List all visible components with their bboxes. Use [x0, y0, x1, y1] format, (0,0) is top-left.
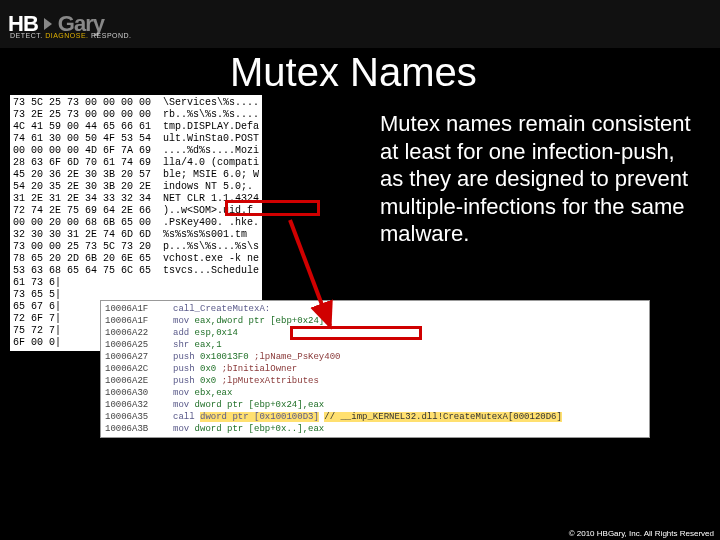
asm-op: shr eax,1	[173, 339, 645, 351]
asm-row: 10006A1Fcall_CreateMutexA:	[105, 303, 645, 315]
svg-line-1	[290, 220, 330, 326]
asm-addr: 10006A22	[105, 327, 173, 339]
asm-op: push 0x10013F0 ;lpName_PsKey400	[173, 351, 645, 363]
asm-addr: 10006A2E	[105, 375, 173, 387]
asm-op: mov dword ptr [ebp+0x24],eax	[173, 399, 645, 411]
asm-addr: 10006A1F	[105, 303, 173, 315]
disassembly: 10006A1Fcall_CreateMutexA:10006A1Fmov ea…	[100, 300, 650, 438]
asm-addr: 10006A2C	[105, 363, 173, 375]
asm-addr: 10006A1F	[105, 315, 173, 327]
asm-addr: 10006A27	[105, 351, 173, 363]
asm-addr: 10006A3B	[105, 423, 173, 435]
tagline-detect: DETECT.	[10, 32, 43, 39]
asm-row: 10006A30mov ebx,eax	[105, 387, 645, 399]
asm-addr: 10006A25	[105, 339, 173, 351]
asm-op: push 0x0 ;lpMutexAttributes	[173, 375, 645, 387]
header: HB Gary DETECT. DIAGNOSE. RESPOND.	[0, 0, 720, 48]
footer-copyright: © 2010 HBGary, Inc. All Rights Reserved	[569, 529, 714, 538]
asm-row: 10006A3Bmov dword ptr [ebp+0x..],eax	[105, 423, 645, 435]
asm-op: mov dword ptr [ebp+0x..],eax	[173, 423, 645, 435]
asm-addr: 10006A30	[105, 387, 173, 399]
tagline-diagnose: DIAGNOSE.	[45, 32, 88, 39]
tagline-respond: RESPOND.	[91, 32, 132, 39]
asm-row: 10006A25shr eax,1	[105, 339, 645, 351]
asm-row: 10006A32mov dword ptr [ebp+0x24],eax	[105, 399, 645, 411]
asm-addr: 10006A35	[105, 411, 173, 423]
logo-triangle-icon	[44, 18, 52, 30]
asm-op: mov ebx,eax	[173, 387, 645, 399]
slide-title: Mutex Names	[230, 50, 477, 95]
asm-row: 10006A2Cpush 0x0 ;bInitialOwner	[105, 363, 645, 375]
asm-row: 10006A27push 0x10013F0 ;lpName_PsKey400	[105, 351, 645, 363]
body-text: Mutex names remain consistent at least f…	[380, 110, 700, 248]
asm-op: push 0x0 ;bInitialOwner	[173, 363, 645, 375]
asm-op: call_CreateMutexA:	[173, 303, 645, 315]
arrow-icon	[280, 218, 360, 338]
asm-row: 10006A35call dword ptr [0x100100D3] // _…	[105, 411, 645, 423]
asm-row: 10006A2Epush 0x0 ;lpMutexAttributes	[105, 375, 645, 387]
slide: HB Gary DETECT. DIAGNOSE. RESPOND. Mutex…	[0, 0, 720, 540]
tagline: DETECT. DIAGNOSE. RESPOND.	[10, 32, 132, 39]
callout-box-pskey	[225, 200, 320, 216]
asm-op: call dword ptr [0x100100D3] // __imp_KER…	[173, 411, 645, 423]
asm-addr: 10006A32	[105, 399, 173, 411]
